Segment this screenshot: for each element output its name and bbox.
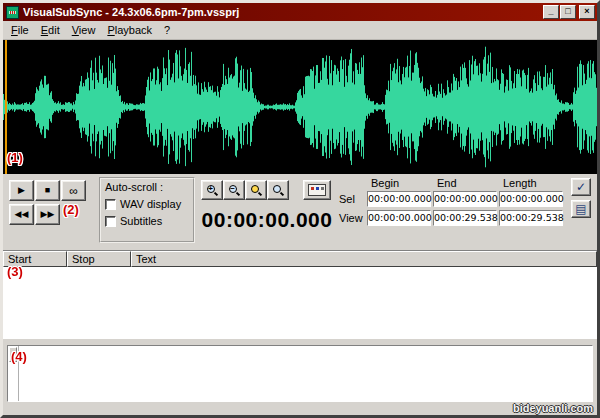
- sel-row: Sel 00:00:00.000 00:00:00.000 00:00:00.0…: [339, 191, 567, 207]
- view-length: 00:00:29.538: [499, 210, 563, 226]
- title-bar[interactable]: VisualSubSync - 24.3x06.6pm-7pm.vssprj _…: [3, 3, 597, 21]
- zoom-selection-icon: [251, 185, 262, 196]
- play-button[interactable]: ▶: [9, 180, 34, 201]
- forward-button[interactable]: ▶▶: [35, 204, 60, 225]
- text-doc-button[interactable]: ▤: [571, 200, 591, 218]
- subtitle-list: Start Stop Text: [3, 250, 597, 339]
- menu-edit[interactable]: Edit: [35, 22, 66, 38]
- checkbox-icon: [105, 199, 116, 210]
- toolbar: ▶ ■ ∞ ◀◀ ▶▶ Auto-scroll : WAV display Su…: [3, 174, 597, 250]
- rewind-icon: ◀◀: [15, 210, 29, 219]
- subtitle-editor[interactable]: [7, 345, 593, 402]
- play-icon: ▶: [18, 186, 25, 195]
- zoom-all-button[interactable]: [267, 180, 289, 200]
- stop-button[interactable]: ■: [35, 180, 60, 201]
- document-icon: ▤: [575, 202, 586, 216]
- close-button[interactable]: ×: [579, 5, 595, 19]
- zoom-in-icon: +: [207, 185, 218, 196]
- selection-panel: Begin End Length Sel 00:00:00.000 00:00:…: [339, 176, 567, 229]
- column-text[interactable]: Text: [131, 251, 597, 267]
- checkbox-icon: [105, 216, 116, 227]
- app-icon: [6, 6, 19, 19]
- gutter-thumb: [9, 347, 17, 362]
- menu-file[interactable]: File: [5, 22, 35, 38]
- autoscroll-group: Auto-scroll : WAV display Subtitles: [99, 177, 195, 243]
- waveform[interactable]: [3, 40, 597, 174]
- stop-icon: ■: [45, 186, 50, 195]
- watermark: bideyuanli.com: [513, 402, 593, 414]
- current-time-display: 00:00:00.000: [199, 206, 335, 234]
- subtitle-list-header: Start Stop Text: [3, 251, 597, 267]
- shortcuts-button[interactable]: [303, 180, 331, 200]
- subtitles-label: Subtitles: [120, 215, 162, 227]
- wav-display-checkbox[interactable]: WAV display: [105, 198, 189, 210]
- loop-icon: ∞: [69, 185, 78, 197]
- menu-playback[interactable]: Playback: [101, 22, 158, 38]
- column-stop[interactable]: Stop: [67, 251, 131, 267]
- editor-text-area[interactable]: [19, 346, 592, 401]
- zoom-out-button[interactable]: −: [223, 180, 245, 200]
- subtitle-list-body[interactable]: [3, 267, 597, 339]
- view-row: View 00:00:00.000 00:00:29.538 00:00:29.…: [339, 210, 567, 226]
- waveform-panel[interactable]: [3, 40, 597, 174]
- sel-label: Sel: [339, 193, 367, 205]
- sel-begin: 00:00:00.000: [367, 191, 431, 207]
- keyboard-icon: [308, 184, 326, 196]
- sel-length: 00:00:00.000: [499, 191, 563, 207]
- subtitles-checkbox[interactable]: Subtitles: [105, 215, 189, 227]
- playback-cursor[interactable]: [5, 40, 7, 174]
- view-begin: 00:00:00.000: [367, 210, 431, 226]
- editor-gutter: [8, 346, 19, 401]
- zoom-selection-button[interactable]: [245, 180, 267, 200]
- menu-view[interactable]: View: [66, 22, 102, 38]
- menu-help[interactable]: ?: [158, 22, 176, 38]
- wav-display-label: WAV display: [120, 198, 181, 210]
- menu-bar: File Edit View Playback ?: [3, 21, 597, 40]
- rewind-button[interactable]: ◀◀: [9, 204, 34, 225]
- check-icon: ✓: [576, 180, 586, 194]
- minimize-button[interactable]: _: [543, 5, 559, 19]
- col-begin: Begin: [367, 176, 433, 191]
- app-window: VisualSubSync - 24.3x06.6pm-7pm.vssprj _…: [0, 0, 600, 418]
- view-label: View: [339, 212, 367, 224]
- col-length: Length: [499, 176, 565, 191]
- column-start[interactable]: Start: [3, 251, 67, 267]
- zoom-out-icon: −: [229, 185, 240, 196]
- forward-icon: ▶▶: [41, 210, 55, 219]
- confirm-button[interactable]: ✓: [571, 178, 591, 196]
- col-end: End: [433, 176, 499, 191]
- zoom-all-icon: [273, 185, 284, 196]
- sel-end: 00:00:00.000: [433, 191, 497, 207]
- view-end: 00:00:29.538: [433, 210, 497, 226]
- loop-button[interactable]: ∞: [61, 180, 86, 201]
- autoscroll-label: Auto-scroll :: [105, 181, 189, 193]
- zoom-in-button[interactable]: +: [201, 180, 223, 200]
- maximize-button[interactable]: □: [560, 5, 576, 19]
- window-title: VisualSubSync - 24.3x06.6pm-7pm.vssprj: [23, 6, 543, 18]
